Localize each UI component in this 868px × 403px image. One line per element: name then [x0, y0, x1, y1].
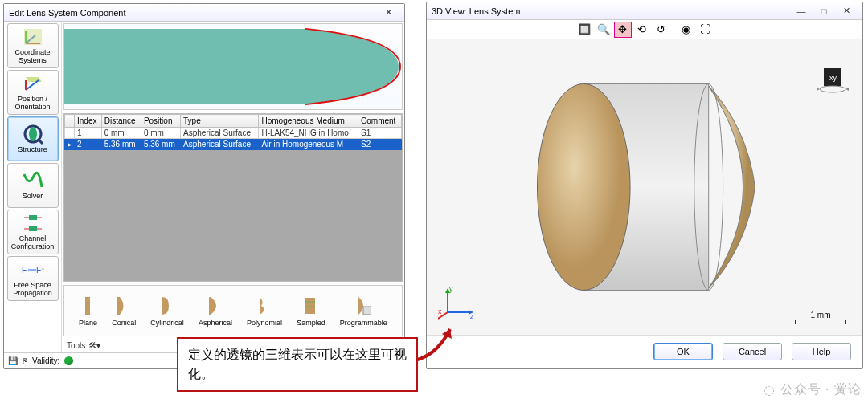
svg-rect-3 — [24, 29, 42, 45]
lens-profile-preview — [63, 23, 403, 110]
separator — [674, 23, 674, 36]
tab-label: Free Space Propagation — [8, 282, 58, 298]
tab-label: Coordinate Systems — [8, 49, 58, 65]
wechat-icon: ◌ — [764, 382, 776, 397]
view-cube-icon[interactable]: xy — [814, 63, 850, 99]
svg-rect-10 — [29, 215, 37, 220]
scale-bar: 1 mm — [795, 311, 846, 324]
edit-lens-window: Edit Lens System Component ✕ Coordinate … — [3, 3, 405, 369]
structure-icon — [22, 124, 44, 145]
dialog-buttons: OK Cancel Help — [427, 335, 862, 367]
svg-text:y: y — [449, 285, 453, 293]
tab-free-space-propagation[interactable]: FF⁻¹ Free Space Propagation — [7, 256, 59, 301]
view-title: 3D View: Lens System — [432, 6, 790, 16]
pan-icon[interactable]: ✥ — [614, 22, 632, 38]
channel-icon — [22, 213, 44, 234]
svg-marker-4 — [26, 77, 42, 82]
3d-viewport[interactable]: xy y z x 1 mm — [427, 39, 862, 335]
svg-rect-20 — [305, 298, 315, 314]
save-icon[interactable]: 💾 — [8, 356, 18, 365]
table-row[interactable]: 1 0 mm 0 mm Aspherical Surface H-LAK54_N… — [65, 128, 402, 139]
col-type[interactable]: Type — [181, 115, 259, 128]
svg-text:z: z — [470, 312, 474, 320]
edit-title: Edit Lens System Component — [9, 8, 377, 18]
tab-label: Solver — [23, 193, 43, 201]
svg-rect-23 — [363, 307, 371, 315]
view-titlebar: 3D View: Lens System — □ ✕ — [427, 2, 862, 20]
svg-rect-19 — [85, 297, 90, 315]
ok-button[interactable]: OK — [653, 343, 713, 360]
svg-rect-11 — [29, 226, 37, 231]
tab-structure[interactable]: Structure — [7, 116, 59, 161]
svg-text:xy: xy — [829, 74, 837, 82]
axes-icon — [22, 26, 44, 47]
col-distance[interactable]: Distance — [101, 115, 141, 128]
fullscreen-icon[interactable]: ⛶ — [697, 22, 714, 38]
tab-label: Position / Orientation — [8, 96, 58, 112]
shape-programmable[interactable]: Programmable — [340, 295, 387, 327]
tab-channel-configuration[interactable]: Channel Configuration — [7, 210, 59, 254]
shape-cylindrical[interactable]: Cylindrical — [150, 295, 184, 327]
col-index[interactable]: Index — [75, 115, 102, 128]
camera-icon[interactable]: ◉ — [678, 22, 695, 38]
surface-table[interactable]: Index Distance Position Type Homogeneous… — [63, 113, 403, 282]
close-icon[interactable]: ✕ — [377, 6, 399, 19]
col-medium[interactable]: Homogeneous Medium — [259, 115, 358, 128]
3d-view-window: 3D View: Lens System — □ ✕ 🔲 🔍 ✥ ⟲ ↺ ◉ ⛶… — [426, 2, 863, 369]
svg-point-29 — [820, 86, 845, 92]
svg-text:x: x — [438, 307, 442, 315]
surface-type-palette: Plane Conical Cylindrical Aspherical Pol… — [63, 285, 403, 336]
shape-conical[interactable]: Conical — [112, 295, 136, 327]
rotate-icon[interactable]: ↺ — [653, 22, 670, 38]
zoom-area-icon[interactable]: 🔲 — [575, 22, 593, 38]
svg-point-25 — [537, 83, 630, 290]
svg-line-8 — [38, 139, 43, 144]
svg-text:F⁻¹: F⁻¹ — [36, 266, 44, 275]
tab-position-orientation[interactable]: Position / Orientation — [7, 70, 59, 115]
side-tab-strip: Coordinate Systems Position / Orientatio… — [4, 22, 62, 352]
tab-label: Structure — [18, 146, 47, 154]
maximize-icon[interactable]: □ — [813, 5, 835, 18]
close-icon[interactable]: ✕ — [835, 5, 858, 18]
svg-text:F: F — [22, 266, 27, 275]
copy-icon[interactable]: ⎘ — [23, 356, 27, 365]
axis-gizmo-icon: y z x — [438, 282, 478, 325]
propagation-icon: FF⁻¹ — [22, 259, 44, 280]
table-row-selected[interactable]: ▸ 2 5.36 mm 5.36 mm Aspherical Surface A… — [65, 139, 402, 150]
tab-label: Channel Configuration — [8, 235, 58, 251]
zoom-icon[interactable]: 🔍 — [595, 22, 612, 38]
col-comment[interactable]: Comment — [358, 115, 402, 128]
reset-icon[interactable]: ⟲ — [633, 22, 651, 38]
solver-icon — [22, 170, 44, 191]
validity-label: Validity: — [32, 356, 59, 365]
svg-marker-31 — [845, 88, 849, 91]
shape-polynomial[interactable]: Polynomial — [247, 295, 282, 327]
watermark: ◌ 公众号 · 黉论 — [764, 381, 862, 398]
cancel-button[interactable]: Cancel — [723, 343, 782, 360]
tools-icon: 🛠▾ — [88, 341, 100, 350]
minimize-icon[interactable]: — — [790, 5, 813, 18]
annotation-callout: 定义的透镜的三维表示可以在这里可视化。 — [177, 337, 418, 392]
svg-point-9 — [29, 127, 37, 141]
tab-solver[interactable]: Solver — [7, 163, 59, 208]
shape-sampled[interactable]: Sampled — [297, 295, 326, 327]
svg-marker-30 — [817, 88, 820, 91]
view-toolbar: 🔲 🔍 ✥ ⟲ ↺ ◉ ⛶ — [427, 20, 862, 39]
validity-ok-icon — [64, 356, 73, 365]
edit-titlebar: Edit Lens System Component ✕ — [4, 4, 404, 22]
shape-plane[interactable]: Plane — [79, 295, 97, 327]
help-button[interactable]: Help — [792, 343, 851, 360]
orientation-icon — [22, 73, 44, 94]
col-position[interactable]: Position — [141, 115, 180, 128]
tab-coordinate-systems[interactable]: Coordinate Systems — [7, 23, 59, 68]
shape-aspherical[interactable]: Aspherical — [199, 295, 232, 327]
